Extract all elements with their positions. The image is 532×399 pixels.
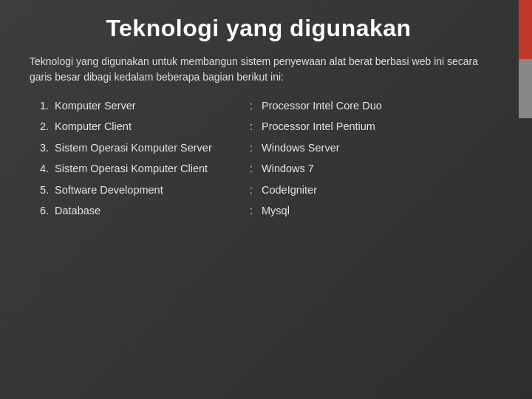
item-num: 2. (30, 116, 52, 137)
slide-title: Teknologi yang digunakan (30, 15, 488, 42)
item-num: 1. (30, 95, 52, 116)
list-item: 5. Software Development : CodeIgniter (30, 180, 502, 200)
item-label: Sistem Operasi Komputer Client (52, 158, 244, 179)
slide-container: Teknologi yang digunakan Teknologi yang … (0, 0, 532, 399)
item-value: Processor Intel Pentium (259, 116, 502, 137)
item-label: Software Development (52, 180, 244, 200)
item-num: 5. (30, 180, 52, 200)
item-value: Mysql (259, 200, 502, 221)
item-value: Windows Server (259, 137, 502, 158)
item-label: Komputer Client (52, 116, 244, 137)
decorative-bars (519, 0, 532, 118)
content-table: 1. Komputer Server : Processor Intel Cor… (30, 95, 502, 222)
item-label: Komputer Server (52, 95, 244, 116)
item-value: CodeIgniter (259, 180, 502, 200)
list-item: 4. Sistem Operasi Komputer Client : Wind… (30, 158, 502, 179)
item-value: Processor Intel Core Duo (259, 95, 502, 116)
item-separator: : (244, 180, 259, 200)
item-separator: : (244, 200, 259, 221)
item-separator: : (244, 116, 259, 137)
list-item: 1. Komputer Server : Processor Intel Cor… (30, 95, 502, 116)
item-value: Windows 7 (259, 158, 502, 179)
title-section: Teknologi yang digunakan (30, 15, 502, 42)
deco-bar-gray (519, 59, 532, 118)
list-item: 3. Sistem Operasi Komputer Server : Wind… (30, 137, 502, 158)
item-separator: : (244, 158, 259, 179)
item-separator: : (244, 95, 259, 116)
item-separator: : (244, 137, 259, 158)
item-num: 6. (30, 200, 52, 221)
item-num: 4. (30, 158, 52, 179)
intro-text: Teknologi yang digunakan untuk membangun… (30, 54, 502, 85)
item-label: Sistem Operasi Komputer Server (52, 137, 244, 158)
deco-bar-red (519, 0, 532, 59)
item-label: Database (52, 200, 244, 221)
list-item: 2. Komputer Client : Processor Intel Pen… (30, 116, 502, 137)
item-num: 3. (30, 137, 52, 158)
list-item: 6. Database : Mysql (30, 200, 502, 221)
